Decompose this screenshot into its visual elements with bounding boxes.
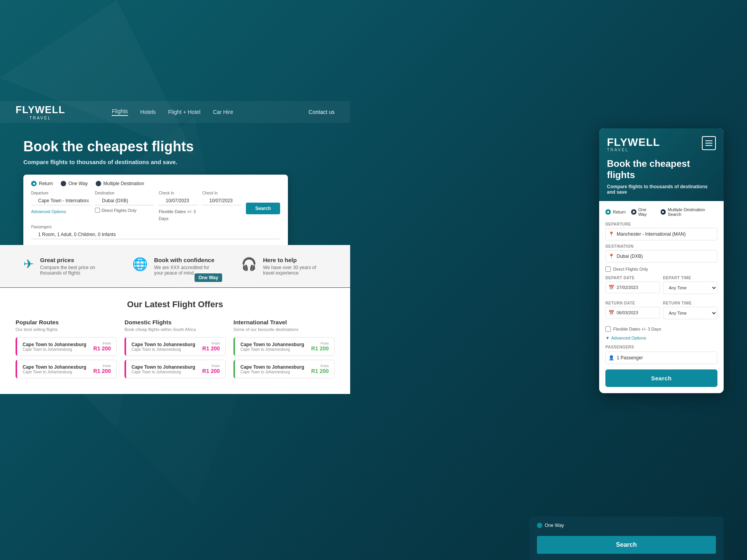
globe-icon: 🌐 bbox=[132, 257, 148, 271]
nav-hotels[interactable]: Hotels bbox=[140, 109, 156, 115]
intl-route-sub-2: Cape Town to Johannesburg bbox=[240, 370, 304, 374]
feature-text-1: Great prices Compare the best price on t… bbox=[40, 257, 109, 276]
passengers-group: Passengers 📍 bbox=[31, 225, 280, 239]
checkin-label: Check In bbox=[159, 191, 198, 195]
search-button-desktop[interactable]: Search bbox=[246, 203, 280, 214]
mobile-destination-wrapper: 📍 bbox=[605, 250, 717, 262]
chevron-down-icon: ▼ bbox=[605, 336, 610, 340]
destination-input[interactable] bbox=[95, 196, 154, 205]
radio-return-dot bbox=[31, 181, 37, 186]
mobile-destination-input[interactable] bbox=[605, 250, 717, 262]
mobile-radio-multi[interactable]: Multiple Destination Search bbox=[661, 207, 717, 217]
feature-text-3: Here to help We have over 30 years of tr… bbox=[263, 257, 327, 276]
international-card-1[interactable]: Cape Town to Johannesburg Cape Town to J… bbox=[233, 337, 335, 356]
menu-line-3 bbox=[705, 145, 712, 146]
mobile-departure-wrapper: 📍 bbox=[605, 228, 717, 240]
departure-label: Departure bbox=[31, 191, 90, 195]
radio-one-way[interactable]: One Way bbox=[61, 181, 88, 186]
mobile-menu-button[interactable] bbox=[702, 136, 716, 150]
mobile-departure-icon: 📍 bbox=[608, 231, 614, 237]
direct-flights-checkbox[interactable] bbox=[95, 208, 100, 213]
mobile-passengers-wrapper: 👤 bbox=[605, 352, 717, 364]
advanced-options-link[interactable]: Advanced Options bbox=[31, 209, 66, 214]
mobile-search-button[interactable]: Search bbox=[605, 369, 717, 387]
mobile-radio-return[interactable]: Return bbox=[605, 209, 626, 215]
nav-contact[interactable]: Contact us bbox=[309, 109, 335, 115]
domestic-route-1: Cape Town to Johannesburg bbox=[132, 342, 195, 347]
popular-card-2[interactable]: Cape Town to Johannesburg Cape Town to J… bbox=[16, 360, 117, 378]
domestic-price-1: From R1 200 bbox=[202, 341, 220, 352]
mobile-return-time-select[interactable]: Any Time bbox=[663, 307, 717, 319]
radio-multi-dest[interactable]: Multiple Destination bbox=[96, 181, 144, 186]
departure-destination-row: Departure 📍 Advanced Options Destination… bbox=[31, 191, 280, 222]
mobile-radio-one-way[interactable]: One Way bbox=[631, 207, 655, 217]
bottom-search-panel: One Way Search bbox=[529, 516, 724, 560]
domestic-flights-column: Domestic Flights Book cheap flights with… bbox=[124, 319, 226, 382]
feature-confidence: 🌐 Book with confidence We are XXX accred… bbox=[132, 257, 218, 276]
mobile-direct-flights-row: Direct Flights Only bbox=[605, 266, 717, 272]
nav-logo: FLYWELL TRAVEL bbox=[16, 104, 65, 120]
popular-routes-desc: Our best selling flights bbox=[16, 327, 117, 332]
menu-line-1 bbox=[705, 140, 712, 141]
bottom-search-button[interactable]: Search bbox=[537, 536, 716, 554]
radio-return[interactable]: Return bbox=[31, 181, 53, 186]
destination-group: Destination 📍 Direct Flights Only bbox=[95, 191, 154, 222]
checkout-group: Check In 📅 bbox=[202, 191, 241, 222]
search-box-desktop: Return One Way Multiple Destination Depa… bbox=[23, 175, 288, 248]
domestic-card-2[interactable]: Cape Town to Johannesburg Cape Town to J… bbox=[124, 360, 226, 378]
departure-input-wrapper: 📍 bbox=[31, 196, 90, 205]
checkin-input[interactable] bbox=[159, 196, 198, 205]
popular-routes-column: Popular Routes Our best selling flights … bbox=[16, 319, 117, 382]
feature-help: 🎧 Here to help We have over 30 years of … bbox=[241, 257, 327, 276]
mobile-one-way-label: One Way bbox=[638, 207, 655, 217]
international-card-2[interactable]: Cape Town to Johannesburg Cape Town to J… bbox=[233, 360, 335, 378]
mobile-destination-label: Destination bbox=[605, 244, 717, 248]
mobile-flexible-checkbox[interactable] bbox=[605, 326, 611, 332]
domestic-route-sub-2: Cape Town to Johannesburg bbox=[132, 370, 195, 374]
checkout-label: Check In bbox=[202, 191, 241, 195]
domestic-route-2: Cape Town to Johannesburg bbox=[132, 364, 195, 370]
nav-flights[interactable]: Flights bbox=[112, 108, 128, 116]
mobile-depart-time-select[interactable]: Any Time bbox=[663, 282, 717, 294]
headset-icon: 🎧 bbox=[241, 257, 257, 271]
mobile-logo-tagline: TRAVEL bbox=[607, 148, 716, 152]
mobile-departure-input[interactable] bbox=[605, 228, 717, 240]
spb-radio-one-way[interactable]: One Way bbox=[537, 523, 564, 528]
nav-car-hire[interactable]: Car Hire bbox=[213, 109, 233, 115]
departure-group: Departure 📍 Advanced Options bbox=[31, 191, 90, 222]
domestic-title: Domestic Flights bbox=[124, 319, 226, 326]
passengers-input[interactable] bbox=[31, 230, 280, 239]
offers-title: Our Latest Flight Offers bbox=[16, 299, 335, 310]
mobile-hero-title: Book the cheapest flights bbox=[607, 158, 716, 181]
trip-type-selector: Return One Way Multiple Destination bbox=[31, 181, 280, 186]
departure-input[interactable] bbox=[31, 196, 90, 205]
mobile-return-time-label: Return Time bbox=[663, 301, 717, 305]
feature-title-2: Book with confidence bbox=[154, 257, 218, 263]
popular-card-1[interactable]: Cape Town to Johannesburg Cape Town to J… bbox=[16, 337, 117, 356]
intl-price-1: From R1 200 bbox=[311, 341, 329, 352]
mobile-depart-date-col: Depart Date 📅 bbox=[605, 276, 660, 297]
checkout-input[interactable] bbox=[202, 196, 241, 205]
flexible-dates-label: Flexible Dates +/- 3 Days bbox=[159, 209, 196, 221]
mobile-passengers-input[interactable] bbox=[605, 352, 717, 364]
nav-flight-hotel[interactable]: Flight + Hotel bbox=[168, 109, 200, 115]
mobile-flexible-label: Flexible Dates +/- 3 Days bbox=[613, 327, 661, 331]
mobile-depart-cal-icon: 📅 bbox=[608, 285, 614, 290]
mobile-passengers-label: Passengers bbox=[605, 345, 717, 349]
nav-links: Flights Hotels Flight + Hotel Car Hire bbox=[112, 108, 233, 116]
mobile-trip-type: Return One Way Multiple Destination Sear… bbox=[605, 207, 717, 217]
mobile-advanced-options[interactable]: ▼ Advanced Options bbox=[605, 336, 717, 340]
mobile-direct-flights-label: Direct Flights Only bbox=[613, 267, 648, 271]
mobile-return-time-col: Return Time Any Time bbox=[663, 301, 717, 322]
mobile-direct-flights-checkbox[interactable] bbox=[605, 266, 611, 272]
intl-route-sub-1: Cape Town to Johannesburg bbox=[240, 347, 304, 352]
domestic-desc: Book cheap flights within South Africa bbox=[124, 327, 226, 332]
feature-title-3: Here to help bbox=[263, 257, 327, 263]
mobile-form: Return One Way Multiple Destination Sear… bbox=[599, 201, 724, 393]
mobile-return-date-label: Return Date bbox=[605, 301, 660, 305]
domestic-card-1[interactable]: Cape Town to Johannesburg Cape Town to J… bbox=[124, 337, 226, 356]
mobile-return-dot bbox=[605, 209, 611, 215]
hero-section: Book the cheapest flights Compare flight… bbox=[0, 123, 350, 248]
direct-flights-check[interactable]: Direct Flights Only bbox=[95, 208, 154, 213]
feature-desc-1: Compare the best price on thousands of f… bbox=[40, 265, 109, 276]
